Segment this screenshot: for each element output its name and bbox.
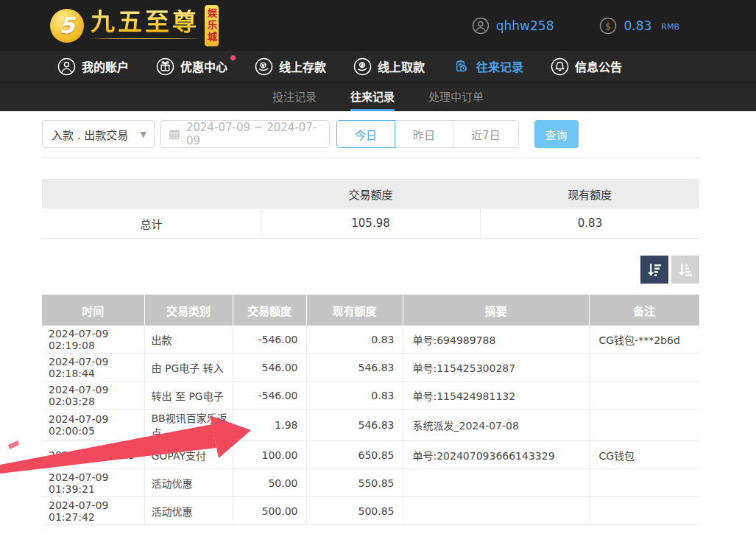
- cell-category: BB视讯百家乐返点: [144, 410, 233, 441]
- nav-item-deposit[interactable]: 线上存款: [255, 57, 326, 76]
- cell-summary: 单号:694989788: [403, 326, 589, 354]
- quick-date-button[interactable]: 近7日: [453, 120, 519, 148]
- summary-header-blank: [42, 179, 261, 208]
- subtab-往来记录[interactable]: 往来记录: [350, 82, 395, 111]
- summary-total-label: 总计: [42, 208, 261, 238]
- table-row: 2024-07-09 02:03:28转出 至 PG电子-546.000.83单…: [42, 382, 699, 410]
- cell-note: CG钱包: [589, 441, 699, 469]
- table-row: 2024-07-09 02:18:44由 PG电子 转入546.00546.83…: [42, 354, 699, 382]
- balance-chip[interactable]: $ 0.83 RMB: [599, 17, 679, 35]
- cell-summary: 单号:115424981132: [403, 382, 589, 410]
- cell-balance: 546.83: [306, 410, 403, 441]
- balance-value: 0.83: [623, 18, 651, 33]
- transaction-type-value: 入款 . 出款交易: [52, 127, 128, 142]
- cell-category: 活动优惠: [144, 497, 233, 525]
- cell-summary: 系统派发_2024-07-08: [403, 410, 589, 441]
- search-button[interactable]: 查询: [534, 120, 579, 148]
- gift-icon: [156, 57, 174, 76]
- summary-header-balance: 现有额度: [480, 179, 699, 208]
- summary-current-amount: 0.83: [481, 208, 699, 238]
- table-column-header: 交易类别: [144, 295, 233, 326]
- cell-amount: -546.00: [233, 326, 306, 354]
- svg-text:$: $: [606, 21, 612, 31]
- logo-flourish: [90, 36, 200, 41]
- cell-category: GOPAY支付: [144, 441, 233, 469]
- cell-balance: 0.83: [306, 326, 403, 354]
- nav-item-records[interactable]: 往来记录: [452, 57, 523, 76]
- transactions-table: 时间交易类别交易额度现有额度摘要备注 2024-07-09 02:19:08出款…: [42, 295, 699, 525]
- cell-balance: 500.85: [306, 497, 403, 525]
- summary-header-transaction: 交易额度: [261, 179, 481, 208]
- cell-category: 活动优惠: [144, 469, 233, 497]
- subtab-投注记录[interactable]: 投注记录: [272, 82, 317, 111]
- cell-note: [589, 410, 699, 441]
- cell-amount: 500.00: [233, 497, 306, 525]
- logo-glyph: 5: [60, 13, 75, 38]
- nav-item-label: 我的账户: [82, 57, 129, 75]
- records-icon: [452, 57, 470, 76]
- username-text: qhhw258: [496, 18, 554, 33]
- table-column-header: 现有额度: [306, 295, 403, 326]
- logo-text: 九五至尊: [90, 10, 200, 41]
- quick-date-group: 今日昨日近7日: [336, 120, 519, 148]
- sort-controls: [0, 256, 699, 284]
- calendar-icon: [169, 128, 180, 141]
- sort-descending-icon: [646, 261, 663, 278]
- chevron-down-icon: ▼: [141, 130, 146, 139]
- logo-badge: 娱乐城: [205, 5, 219, 46]
- section-divider: [42, 158, 699, 158]
- summary-transaction-amount: 105.98: [261, 208, 481, 238]
- cell-category: 出款: [144, 326, 233, 354]
- table-row: 2024-07-09 01:27:42活动优惠500.00500.85: [42, 497, 699, 525]
- cell-note: [589, 469, 699, 497]
- cell-amount: -546.00: [233, 382, 306, 410]
- cell-amount: 546.00: [233, 354, 306, 382]
- summary-table: 交易额度 现有额度 总计 105.98 0.83: [42, 179, 699, 239]
- username-chip[interactable]: qhhw258: [472, 17, 554, 35]
- sort-descending-button[interactable]: [640, 256, 668, 284]
- sort-ascending-button[interactable]: [671, 256, 699, 284]
- cell-category: 转出 至 PG电子: [144, 382, 233, 410]
- cell-note: [589, 382, 699, 410]
- cell-summary: [403, 469, 589, 497]
- nav-item-withdraw[interactable]: 线上取款: [353, 57, 425, 76]
- quick-date-button[interactable]: 今日: [336, 120, 395, 148]
- table-header-row: 时间交易类别交易额度现有额度摘要备注: [42, 295, 699, 326]
- cell-time: 2024-07-09 01:5: [42, 441, 144, 469]
- user-area: qhhw258 $ 0.83 RMB: [472, 17, 756, 35]
- dollar-icon: $: [599, 17, 617, 35]
- date-range-value: 2024-07-09 ~ 2024-07-09: [186, 121, 322, 147]
- cell-note: CG钱包-***2b6d: [589, 326, 699, 354]
- notification-dot: [230, 55, 236, 60]
- brand-name: 九五至尊: [91, 10, 199, 35]
- site-logo[interactable]: 5 九五至尊 娱乐城: [50, 5, 219, 46]
- main-nav: 我的账户优惠中心线上存款线上取款往来记录信息公告: [0, 51, 756, 82]
- deposit-icon: [255, 57, 273, 76]
- cell-summary: [403, 497, 589, 525]
- user-icon: [472, 17, 490, 35]
- cell-summary: 单号:115425300287: [403, 354, 589, 382]
- top-header: 5 九五至尊 娱乐城 qhhw258 $ 0.83: [0, 0, 756, 51]
- currency-label: RMB: [661, 22, 679, 32]
- date-range-input[interactable]: 2024-07-09 ~ 2024-07-09: [160, 120, 330, 148]
- table-row: 2024-07-09 02:00:05BB视讯百家乐返点1.98546.83系统…: [42, 410, 699, 441]
- bell-icon: [551, 57, 569, 76]
- cell-category: 由 PG电子 转入: [144, 354, 233, 382]
- user-icon: [57, 57, 76, 76]
- sort-ascending-icon: [676, 261, 694, 278]
- cell-time: 2024-07-09 01:27:42: [42, 497, 144, 525]
- cell-balance: 650.85: [306, 441, 403, 469]
- subtab-处理中订单[interactable]: 处理中订单: [428, 82, 484, 111]
- quick-date-button[interactable]: 昨日: [395, 120, 453, 148]
- nav-item-bell[interactable]: 信息公告: [551, 57, 622, 76]
- nav-item-user[interactable]: 我的账户: [57, 57, 129, 76]
- cell-amount: 50.00: [233, 469, 306, 497]
- logo-circle-icon: 5: [50, 9, 84, 43]
- nav-item-gift[interactable]: 优惠中心: [156, 57, 227, 76]
- sub-tabs: 投注记录往来记录处理中订单: [0, 82, 756, 111]
- cell-time: 2024-07-09 02:19:08: [42, 326, 144, 354]
- nav-item-label: 信息公告: [575, 57, 622, 75]
- transaction-type-select[interactable]: 入款 . 出款交易 ▼: [42, 120, 155, 148]
- table-column-header: 备注: [589, 295, 699, 326]
- cell-balance: 0.83: [306, 382, 403, 410]
